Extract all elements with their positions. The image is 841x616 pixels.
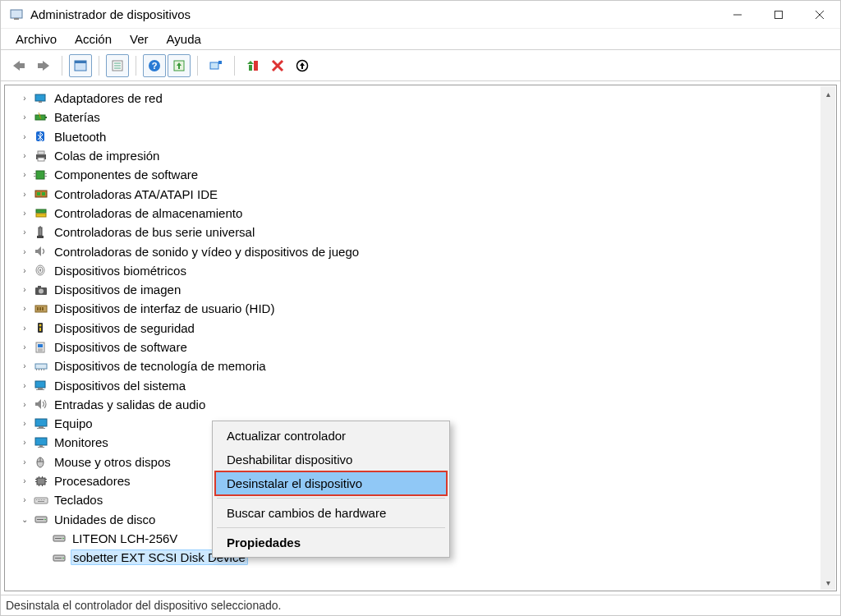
menu-accion[interactable]: Acción bbox=[67, 30, 120, 48]
tree-node[interactable]: ›Controladoras ATA/ATAPI IDE bbox=[5, 184, 821, 203]
svg-rect-27 bbox=[35, 94, 45, 101]
chevron-right-icon[interactable]: › bbox=[18, 379, 31, 392]
svg-rect-100 bbox=[44, 499, 45, 500]
ide-controller-icon bbox=[33, 186, 49, 201]
chevron-right-icon[interactable]: › bbox=[18, 111, 31, 124]
scan-hardware-button[interactable] bbox=[205, 54, 227, 77]
tree-node[interactable]: ›Adaptadores de red bbox=[5, 89, 821, 108]
chevron-right-icon[interactable]: › bbox=[18, 149, 31, 163]
tree-node[interactable]: ›Dispositivos de tecnología de memoria bbox=[5, 356, 821, 375]
software-device-icon bbox=[33, 340, 49, 355]
context-menu-item[interactable]: Buscar cambios de hardware bbox=[215, 501, 447, 525]
chevron-right-icon[interactable]: › bbox=[18, 130, 31, 143]
tree-node[interactable]: ›Controladoras de almacenamiento bbox=[5, 204, 821, 223]
svg-marker-49 bbox=[35, 246, 41, 256]
menu-archivo[interactable]: Archivo bbox=[7, 30, 65, 48]
chevron-right-icon[interactable]: › bbox=[18, 206, 31, 219]
svg-marker-6 bbox=[13, 61, 25, 71]
update-driver-button[interactable] bbox=[168, 54, 191, 77]
tree-node[interactable]: ›Bluetooth bbox=[5, 127, 821, 146]
tree-node[interactable]: ›Componentes de software bbox=[5, 165, 821, 184]
chevron-right-icon[interactable]: › bbox=[18, 398, 31, 411]
svg-rect-20 bbox=[249, 65, 252, 71]
chevron-right-icon[interactable]: › bbox=[18, 360, 31, 373]
context-menu-item[interactable]: Propiedades bbox=[215, 531, 447, 554]
disable-device-button[interactable] bbox=[291, 54, 314, 77]
app-icon bbox=[9, 7, 24, 22]
chevron-right-icon[interactable]: › bbox=[18, 264, 31, 277]
menubar: Archivo Acción Ver Ayuda bbox=[1, 29, 840, 50]
svg-rect-97 bbox=[39, 499, 40, 500]
content-area: ›Adaptadores de red›Baterías›Bluetooth›C… bbox=[1, 81, 840, 595]
svg-rect-81 bbox=[38, 447, 44, 448]
chevron-right-icon[interactable]: › bbox=[18, 302, 31, 315]
chevron-down-icon[interactable]: ⌄ bbox=[18, 513, 31, 526]
chevron-right-icon[interactable]: › bbox=[18, 321, 31, 334]
tree-node[interactable]: ›Baterías bbox=[5, 108, 821, 126]
svg-rect-76 bbox=[35, 419, 47, 426]
chevron-right-icon[interactable]: › bbox=[18, 187, 31, 200]
tree-node[interactable]: ›Dispositivos de software bbox=[5, 338, 821, 356]
tree-node[interactable]: ›Dispositivos de imagen bbox=[5, 280, 821, 299]
tree-node[interactable]: ›Controladoras de bus serie universal bbox=[5, 223, 821, 241]
svg-rect-34 bbox=[38, 151, 44, 154]
tree-node[interactable]: ›Dispositivos de seguridad bbox=[5, 319, 821, 338]
context-menu-item[interactable]: Desinstalar el dispositivo bbox=[215, 471, 447, 495]
svg-rect-73 bbox=[38, 388, 43, 389]
svg-rect-99 bbox=[43, 499, 44, 500]
chevron-right-icon[interactable]: › bbox=[18, 475, 31, 488]
svg-rect-47 bbox=[37, 236, 44, 238]
context-menu: Actualizar controladorDeshabilitar dispo… bbox=[212, 421, 450, 558]
uninstall-device-button[interactable] bbox=[266, 54, 289, 77]
tree-node[interactable]: ›Dispositivos del sistema bbox=[5, 375, 821, 394]
svg-rect-94 bbox=[34, 498, 48, 503]
camera-icon bbox=[33, 283, 49, 297]
menu-ver[interactable]: Ver bbox=[122, 30, 157, 48]
scroll-down-icon[interactable]: ▾ bbox=[820, 575, 835, 590]
chevron-right-icon[interactable]: › bbox=[18, 245, 31, 258]
close-button[interactable] bbox=[799, 1, 840, 28]
tree-node[interactable]: ›Entradas y salidas de audio bbox=[5, 395, 821, 414]
minimize-button[interactable] bbox=[717, 1, 758, 28]
context-menu-item[interactable]: Deshabilitar dispositivo bbox=[215, 448, 447, 471]
tree-node[interactable]: ›Dispositivos biométricos bbox=[5, 261, 821, 280]
memory-tech-icon bbox=[33, 359, 49, 374]
show-hidden-button[interactable] bbox=[69, 54, 92, 77]
chevron-right-icon[interactable]: › bbox=[18, 283, 31, 297]
chevron-right-icon[interactable]: › bbox=[18, 436, 31, 449]
titlebar[interactable]: Administrador de dispositivos bbox=[1, 1, 840, 29]
chevron-right-icon[interactable]: › bbox=[18, 168, 31, 182]
help-button[interactable]: ? bbox=[143, 54, 166, 77]
window-title: Administrador de dispositivos bbox=[30, 7, 191, 21]
vertical-scrollbar[interactable]: ▴ ▾ bbox=[820, 86, 835, 590]
forward-button[interactable] bbox=[32, 54, 55, 77]
tree-node-label: Dispositivos de imagen bbox=[53, 283, 182, 297]
window-controls bbox=[717, 1, 840, 28]
properties-button[interactable] bbox=[106, 54, 129, 77]
svg-rect-37 bbox=[34, 173, 36, 174]
tree-node-label: Entradas y salidas de audio bbox=[53, 398, 207, 411]
back-button[interactable] bbox=[7, 54, 30, 77]
menu-ayuda[interactable]: Ayuda bbox=[159, 30, 209, 48]
svg-rect-103 bbox=[37, 519, 44, 520]
scroll-up-icon[interactable]: ▴ bbox=[820, 86, 835, 101]
chevron-right-icon[interactable]: › bbox=[18, 341, 31, 354]
maximize-button[interactable] bbox=[758, 1, 799, 28]
tree-node[interactable]: ›Dispositivos de interfaz de usuario (HI… bbox=[5, 299, 821, 318]
disk-drive-icon bbox=[51, 550, 67, 565]
chevron-right-icon[interactable]: › bbox=[18, 226, 31, 239]
enable-device-button[interactable] bbox=[241, 54, 264, 77]
tree-node[interactable]: ›Colas de impresión bbox=[5, 146, 821, 165]
tree-node[interactable]: ›Controladoras de sonido y vídeo y dispo… bbox=[5, 241, 821, 260]
chevron-right-icon[interactable]: › bbox=[18, 417, 31, 430]
svg-rect-0 bbox=[11, 10, 22, 18]
svg-rect-79 bbox=[35, 438, 47, 445]
svg-rect-106 bbox=[55, 538, 62, 539]
chevron-right-icon[interactable]: › bbox=[18, 494, 31, 507]
expander-placeholder bbox=[36, 551, 49, 564]
svg-rect-72 bbox=[35, 381, 45, 388]
svg-rect-68 bbox=[36, 369, 37, 370]
chevron-right-icon[interactable]: › bbox=[18, 92, 31, 105]
chevron-right-icon[interactable]: › bbox=[18, 455, 31, 468]
context-menu-item[interactable]: Actualizar controlador bbox=[215, 424, 447, 448]
